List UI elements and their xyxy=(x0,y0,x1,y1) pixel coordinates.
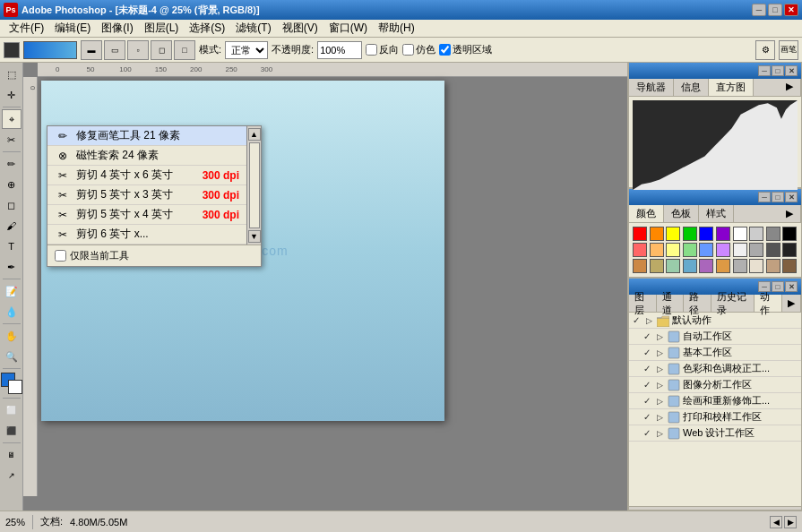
swatch-26[interactable] xyxy=(733,259,747,273)
delete-btn[interactable]: 🗑 xyxy=(731,510,747,511)
swatch-9[interactable] xyxy=(782,227,797,241)
menu-item-图像(I)[interactable]: 图像(I) xyxy=(96,20,138,37)
swatch-12[interactable] xyxy=(666,243,680,257)
tool-eyedropper[interactable]: 💧 xyxy=(2,302,22,322)
swatch-10[interactable] xyxy=(633,243,647,257)
tool-lasso[interactable]: ⌖ xyxy=(2,109,22,129)
menu-item-帮助(H)[interactable]: 帮助(H) xyxy=(373,20,420,37)
swatch-1[interactable] xyxy=(650,227,664,241)
tool-zoom[interactable]: 🔍 xyxy=(2,347,22,366)
background-color[interactable] xyxy=(8,380,22,394)
new-action-btn[interactable]: 📄 xyxy=(711,510,728,511)
colors-min-btn[interactable]: ─ xyxy=(758,192,771,202)
menu-item-滤镜(T)[interactable]: 滤镜(T) xyxy=(230,20,276,37)
tool-type[interactable]: T xyxy=(2,236,22,256)
menu-item-选择(S)[interactable]: 选择(S) xyxy=(184,20,230,37)
tool-move[interactable]: ✛ xyxy=(2,85,22,105)
tab-channels[interactable]: 通道 xyxy=(657,295,685,312)
tab-menu-btn[interactable]: ▶ xyxy=(779,79,801,96)
swatch-14[interactable] xyxy=(699,243,713,257)
swatch-7[interactable] xyxy=(749,227,763,241)
swatch-18[interactable] xyxy=(766,243,780,257)
record-btn[interactable]: ● xyxy=(652,510,668,511)
reverse-checkbox[interactable]: 反向 xyxy=(366,43,399,56)
action-item-6[interactable]: ✓▷打印和校样工作区 xyxy=(629,409,801,425)
menu-item-编辑(E)[interactable]: 编辑(E) xyxy=(49,20,96,37)
tab-styles[interactable]: 样式 xyxy=(699,205,734,222)
swatch-27[interactable] xyxy=(749,259,763,273)
mode-select[interactable]: 正常 xyxy=(225,41,268,59)
tab-info[interactable]: 信息 xyxy=(674,79,709,96)
action-item-3[interactable]: ✓▷色彩和色调校正工... xyxy=(629,361,801,377)
dropdown-item-4[interactable]: ✂ 剪切 5 英寸 x 4 英寸 300 dpi xyxy=(47,205,246,225)
swatch-4[interactable] xyxy=(699,227,713,241)
swatch-15[interactable] xyxy=(716,243,730,257)
swatch-16[interactable] xyxy=(733,243,747,257)
actions-close-btn[interactable]: ✕ xyxy=(785,281,798,292)
tab-colors[interactable]: 颜色 xyxy=(629,205,664,222)
tool-mode-standard[interactable]: ⬜ xyxy=(2,400,22,420)
menu-item-窗口(W)[interactable]: 窗口(W) xyxy=(323,20,373,37)
dropdown-item-0[interactable]: ✏ 修复画笔工具 21 像素 xyxy=(47,126,246,146)
swatch-21[interactable] xyxy=(650,259,664,273)
tool-hand[interactable]: ✋ xyxy=(2,326,22,346)
play-btn[interactable]: ▶ xyxy=(672,510,688,511)
tool-screen[interactable]: 🖥 xyxy=(2,445,22,465)
tool-clone[interactable]: ⊕ xyxy=(2,175,22,194)
tool-crop[interactable]: ✂ xyxy=(2,130,22,150)
tool-selection[interactable]: ⬚ xyxy=(2,64,22,84)
tab-layers[interactable]: 图层 xyxy=(629,295,657,312)
swatch-29[interactable] xyxy=(782,259,797,273)
navigator-max-btn[interactable]: □ xyxy=(772,65,784,76)
navigator-close-btn[interactable]: ✕ xyxy=(785,65,798,76)
tool-healing[interactable]: ✏ xyxy=(2,154,22,174)
swatch-25[interactable] xyxy=(716,259,730,273)
swatch-17[interactable] xyxy=(749,243,763,257)
dropdown-item-2[interactable]: ✂ 剪切 4 英寸 x 6 英寸 300 dpi xyxy=(47,166,246,185)
tool-path[interactable]: ✒ xyxy=(2,257,22,277)
swatch-24[interactable] xyxy=(699,259,713,273)
close-button[interactable]: ✕ xyxy=(784,4,798,16)
tool-eraser[interactable]: ◻ xyxy=(2,195,22,215)
dropdown-item-1[interactable]: ⊗ 磁性套索 24 像素 xyxy=(47,146,246,166)
swatch-20[interactable] xyxy=(633,259,647,273)
swatch-11[interactable] xyxy=(650,243,664,257)
prev-btn[interactable]: ◀ xyxy=(770,516,782,528)
swatch-28[interactable] xyxy=(766,259,780,273)
brush-preset-4[interactable]: ◻ xyxy=(151,40,172,60)
dropdown-item-3[interactable]: ✂ 剪切 5 英寸 x 3 英寸 300 dpi xyxy=(47,185,246,205)
paint-btn[interactable]: 画笔 xyxy=(779,40,798,60)
tool-paint[interactable]: 🖌 xyxy=(2,216,22,236)
tab-history[interactable]: 历史记录 xyxy=(711,295,755,312)
gradient-color-btn[interactable] xyxy=(23,41,77,59)
action-item-4[interactable]: ✓▷图像分析工作区 xyxy=(629,377,801,393)
swatch-5[interactable] xyxy=(716,227,730,241)
action-item-2[interactable]: ✓▷基本工作区 xyxy=(629,345,801,361)
minimize-button[interactable]: ─ xyxy=(752,4,766,16)
brush-preset-5[interactable]: □ xyxy=(174,40,195,60)
actions-menu-btn[interactable]: ▶ xyxy=(782,295,801,312)
menu-item-图层(L)[interactable]: 图层(L) xyxy=(139,20,185,37)
tab-histogram[interactable]: 直方图 xyxy=(709,79,754,96)
colors-close-btn[interactable]: ✕ xyxy=(785,192,798,202)
stop-btn[interactable]: ■ xyxy=(633,510,649,511)
tab-swatches[interactable]: 色板 xyxy=(664,205,699,222)
foreground-color-btn[interactable] xyxy=(4,42,20,58)
opacity-input[interactable] xyxy=(317,41,362,59)
swatch-22[interactable] xyxy=(666,259,680,273)
transparency-checkbox[interactable]: 透明区域 xyxy=(439,43,492,56)
swatch-8[interactable] xyxy=(766,227,780,241)
swatch-19[interactable] xyxy=(782,243,797,257)
options-settings-btn[interactable]: ⚙ xyxy=(755,40,775,60)
brush-preset-3[interactable]: ▫ xyxy=(127,40,149,60)
swatch-6[interactable] xyxy=(733,227,747,241)
dropdown-item-5[interactable]: ✂ 剪切 6 英寸 x... xyxy=(47,225,246,245)
dither-checkbox[interactable]: 仿色 xyxy=(402,43,435,56)
menu-item-文件(F)[interactable]: 文件(F) xyxy=(4,20,49,37)
action-item-1[interactable]: ✓▷自动工作区 xyxy=(629,329,801,345)
tool-jump[interactable]: ↗ xyxy=(2,466,22,485)
scroll-down-btn[interactable]: ▼ xyxy=(248,230,261,243)
tab-actions[interactable]: 动作 xyxy=(755,295,782,312)
current-tool-checkbox[interactable] xyxy=(55,250,66,262)
next-btn[interactable]: ▶ xyxy=(784,516,797,528)
